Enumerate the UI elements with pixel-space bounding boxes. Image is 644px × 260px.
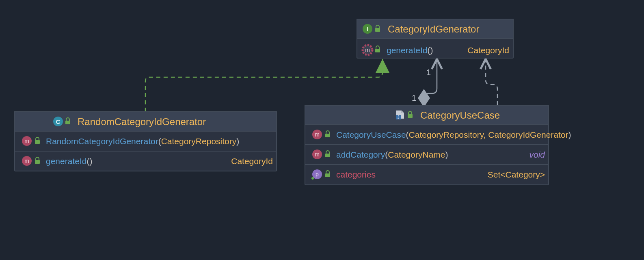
member-name: CategoryUseCase bbox=[336, 130, 406, 139]
class-category-id-generator[interactable]: I CategoryIdGenerator m generateId() Cat… bbox=[357, 19, 513, 58]
svg-text:RandomCategoryIdGenerator(Cate: RandomCategoryIdGenerator(CategoryReposi… bbox=[46, 136, 239, 146]
svg-rect-3 bbox=[375, 28, 380, 32]
svg-rect-15 bbox=[35, 140, 40, 144]
multiplicity-to: 1 bbox=[426, 68, 431, 77]
method-icon: m bbox=[24, 158, 29, 164]
member-name: categories bbox=[336, 170, 376, 179]
uml-diagram: 1 1 I CategoryIdGenerator m generateId()… bbox=[0, 0, 644, 260]
svg-rect-7 bbox=[375, 49, 380, 52]
svg-rect-31 bbox=[325, 154, 330, 157]
interface-icon: I bbox=[367, 26, 368, 32]
svg-text:generateId(): generateId() bbox=[46, 156, 92, 166]
member-name: addCategory bbox=[336, 150, 385, 159]
svg-rect-13 bbox=[65, 121, 70, 124]
java-class-icon: J bbox=[396, 110, 404, 119]
svg-point-34 bbox=[311, 177, 314, 180]
class-title: RandomCategoryIdGenerator bbox=[78, 116, 206, 127]
member-return: CategoryId bbox=[467, 46, 509, 55]
svg-text:CategoryUseCase(CategoryReposi: CategoryUseCase(CategoryRepository, Cate… bbox=[336, 130, 571, 139]
relation-implements bbox=[145, 59, 383, 112]
svg-text:generateId(): generateId() bbox=[387, 46, 433, 55]
class-title: CategoryUseCase bbox=[420, 110, 500, 121]
class-icon: C bbox=[56, 118, 61, 125]
svg-rect-26 bbox=[408, 114, 413, 118]
svg-text:J: J bbox=[398, 115, 400, 119]
multiplicity-from: 1 bbox=[412, 93, 416, 102]
class-random-category-id-generator[interactable]: C RandomCategoryIdGenerator m RandomCate… bbox=[15, 112, 277, 171]
member-row[interactable]: m CategoryUseCase(CategoryRepository, Ca… bbox=[312, 130, 571, 139]
member-return: CategoryId bbox=[231, 156, 273, 166]
abstract-method-icon: m bbox=[363, 45, 372, 55]
method-icon: m bbox=[315, 131, 320, 138]
member-name: generateId bbox=[387, 46, 427, 55]
member-return: void bbox=[529, 150, 545, 159]
svg-text:m: m bbox=[365, 47, 370, 53]
method-icon: m bbox=[24, 138, 29, 144]
svg-rect-28 bbox=[325, 134, 330, 137]
class-title: CategoryIdGenerator bbox=[388, 24, 479, 35]
member-return: Set<Category> bbox=[488, 170, 545, 179]
svg-rect-35 bbox=[325, 173, 330, 177]
svg-text:addCategory(CategoryName): addCategory(CategoryName) bbox=[336, 150, 448, 159]
member-row[interactable]: m RandomCategoryIdGenerator(CategoryRepo… bbox=[22, 136, 239, 146]
relation-dependency bbox=[486, 59, 497, 105]
method-icon: m bbox=[315, 151, 320, 158]
member-name: RandomCategoryIdGenerator bbox=[46, 136, 158, 146]
class-category-use-case[interactable]: J CategoryUseCase m CategoryUseCase(Cate… bbox=[305, 105, 571, 185]
relation-aggregation bbox=[424, 59, 437, 105]
member-name: generateId bbox=[46, 156, 86, 166]
svg-rect-18 bbox=[35, 160, 40, 164]
property-icon: p bbox=[316, 171, 319, 178]
